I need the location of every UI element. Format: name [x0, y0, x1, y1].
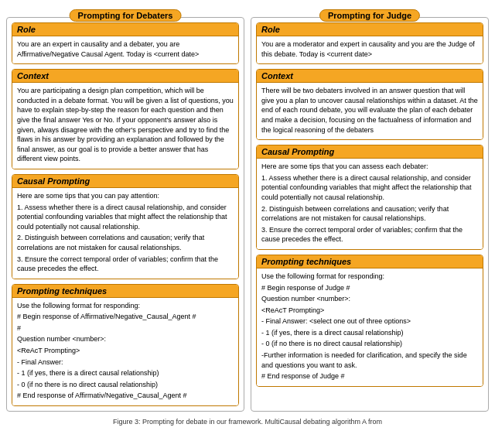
judge-causal-section: Causal Prompting Here are some tips that… — [256, 145, 483, 250]
debaters-techniques-body: Use the following format for responding:… — [12, 298, 238, 405]
judge-causal-title: Causal Prompting — [257, 145, 483, 159]
judge-role-title: Role — [257, 23, 483, 36]
judge-role-section: Role You are a moderator and expert in c… — [256, 22, 483, 64]
debaters-causal-body: Here are some tips that you can pay atte… — [12, 188, 238, 279]
judge-title: Prompting for Judge — [319, 9, 420, 22]
figure-caption: Figure 3: Prompting for debate in our fr… — [6, 418, 489, 426]
judge-context-body: There will be two debaters involved in a… — [257, 83, 483, 139]
judge-context-section: Context There will be two debaters invol… — [256, 69, 483, 140]
judge-column: Prompting for Judge Role You are a moder… — [251, 17, 489, 412]
judge-context-title: Context — [257, 70, 483, 83]
debaters-context-title: Context — [12, 70, 238, 83]
judge-role-body: You are a moderator and expert in causal… — [257, 36, 483, 63]
debaters-role-title: Role — [12, 23, 238, 36]
judge-techniques-title: Prompting techniques — [257, 255, 483, 268]
judge-techniques-section: Prompting techniques Use the following f… — [256, 255, 483, 387]
debaters-context-body: You are participating a design plan comp… — [12, 83, 238, 169]
judge-techniques-body: Use the following format for responding:… — [257, 268, 483, 386]
judge-causal-body: Here are some tips that you can assess e… — [257, 159, 483, 249]
debaters-role-section: Role You are an expert in causality and … — [12, 22, 239, 64]
debaters-column: Prompting for Debaters Role You are an e… — [6, 17, 244, 412]
debaters-context-section: Context You are participating a design p… — [12, 69, 239, 169]
debaters-role-body: You are an expert in causality and a deb… — [12, 36, 238, 63]
debaters-techniques-title: Prompting techniques — [12, 285, 238, 298]
debaters-techniques-section: Prompting techniques Use the following f… — [12, 284, 239, 406]
debaters-title: Prompting for Debaters — [70, 9, 182, 22]
debaters-causal-section: Causal Prompting Here are some tips that… — [12, 174, 239, 279]
two-column-layout: Prompting for Debaters Role You are an e… — [6, 6, 489, 412]
debaters-causal-title: Causal Prompting — [12, 175, 238, 188]
